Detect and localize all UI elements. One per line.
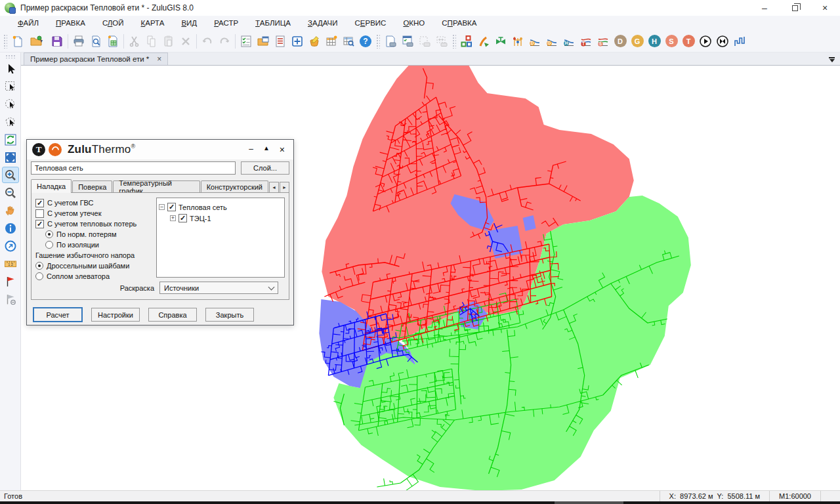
new-table-button[interactable] [323, 33, 340, 50]
tree-expand-icon[interactable]: + [170, 215, 176, 221]
legend-button[interactable] [272, 33, 289, 50]
goto-tool[interactable] [2, 238, 19, 254]
print-extent-button[interactable] [433, 33, 450, 50]
checkbox-gvs-box[interactable]: ✓ [35, 199, 44, 207]
thermo-tools-button[interactable] [475, 33, 492, 50]
tab-scroll-left-button[interactable]: ◄ [269, 182, 279, 193]
chart-s-button[interactable]: S [595, 33, 612, 50]
tree-child-row[interactable]: + ✓ ТЭЦ-1 [170, 213, 282, 224]
settings-button[interactable]: Настройки [91, 308, 140, 322]
badge-t-button[interactable]: T [680, 33, 697, 50]
layer-select-button[interactable]: Слой... [241, 161, 289, 175]
menu-tasks[interactable]: ЗАДАЧИ [299, 17, 346, 29]
valve-button[interactable] [492, 33, 509, 50]
help-dialog-button[interactable]: Справка [148, 308, 197, 322]
chart-d-button[interactable]: D [526, 33, 543, 50]
tab-scroll-right-button[interactable]: ► [280, 182, 289, 193]
run-calculation-button[interactable] [697, 33, 714, 50]
badge-s-button[interactable]: S [663, 33, 680, 50]
redo-button[interactable] [216, 33, 233, 50]
menu-raster[interactable]: РАСТР [205, 17, 247, 29]
status-scale[interactable]: М1:60000 [769, 491, 820, 501]
new-document-button[interactable] [9, 33, 26, 50]
menu-table[interactable]: ТАБЛИЦА [247, 17, 299, 29]
menu-service[interactable]: СЕРВИС [346, 17, 394, 29]
select-polygon-tool[interactable] [2, 114, 19, 130]
layer-name-input[interactable]: Тепловая сеть [31, 161, 236, 175]
chart-t-button[interactable]: T [578, 33, 595, 50]
close-button[interactable]: × [810, 0, 840, 16]
pan-tool[interactable] [2, 202, 19, 219]
badge-h-button[interactable]: H [646, 33, 663, 50]
tree-child-label[interactable]: ТЭЦ-1 [190, 215, 211, 222]
badge-d-button[interactable]: D [612, 33, 629, 50]
open-document-button[interactable]: ▾ [26, 33, 49, 50]
flag-tool[interactable] [2, 273, 19, 289]
menu-file[interactable]: ФАЙЛ [9, 17, 47, 29]
radio-norm-loss-circle[interactable] [45, 230, 53, 238]
zoom-out-tool[interactable] [2, 184, 19, 201]
calculate-button[interactable]: Расчет [33, 307, 83, 322]
select-circle-tool[interactable] [2, 96, 19, 112]
tab-list-icon[interactable] [829, 57, 835, 62]
radio-elevator-nozzle-circle[interactable] [35, 272, 43, 280]
refresh-tool[interactable] [2, 131, 19, 148]
print-map-button[interactable] [382, 33, 399, 50]
coloring-select[interactable]: Источники [159, 282, 278, 294]
open-dropdown-caret[interactable]: ▾ [40, 38, 45, 44]
tab-naladka[interactable]: Наладка [31, 179, 72, 193]
print-preview-button[interactable] [87, 33, 104, 50]
chart-h-button[interactable]: H [560, 33, 578, 50]
histogram-button[interactable] [731, 33, 748, 50]
close-dialog-button[interactable]: Закрыть [205, 308, 254, 322]
playback-mode-button[interactable] [714, 33, 731, 50]
undo-button[interactable] [199, 33, 216, 50]
network-scheme-button[interactable] [509, 33, 526, 50]
save-button[interactable] [49, 33, 66, 50]
flag-remove-tool[interactable] [2, 291, 19, 307]
layer-options-button[interactable] [238, 33, 255, 50]
table-query-button[interactable] [340, 33, 357, 50]
report-button[interactable] [104, 33, 121, 50]
print-button[interactable] [70, 33, 87, 50]
dialog-collapse-button[interactable]: ▲ [263, 145, 270, 154]
navigator-button[interactable] [289, 33, 306, 50]
tree-collapse-icon[interactable]: − [159, 204, 165, 210]
delete-button[interactable] [177, 33, 194, 50]
menu-help[interactable]: СПРАВКА [433, 17, 485, 29]
zoom-in-tool[interactable] [2, 167, 19, 183]
tab-konstruktorskiy[interactable]: Конструкторский [201, 180, 268, 193]
menu-view[interactable]: ВИД [173, 17, 205, 29]
menu-window[interactable]: ОКНО [394, 17, 433, 29]
menu-edit[interactable]: ПРАВКА [47, 17, 94, 29]
checkbox-heat-loss-box[interactable]: ✓ [35, 220, 44, 228]
minimize-button[interactable]: – [749, 0, 780, 16]
copy-button[interactable] [143, 33, 160, 50]
dialog-title-bar[interactable]: T ZuluThermo® – ▲ × [27, 140, 293, 159]
print-composer-button[interactable] [399, 33, 416, 50]
chart-g-button[interactable]: G [543, 33, 560, 50]
network-tree[interactable]: − ✓ Тепловая сеть + ✓ ТЭЦ-1 [156, 198, 285, 278]
menu-layer[interactable]: СЛОЙ [94, 17, 133, 29]
print-area-button[interactable] [416, 33, 433, 50]
tree-root-label[interactable]: Тепловая сеть [178, 203, 227, 211]
paste-button[interactable] [160, 33, 177, 50]
menu-map[interactable]: КАРТА [133, 17, 173, 29]
select-tool[interactable] [2, 60, 19, 77]
badge-g-button[interactable]: G [629, 33, 646, 50]
select-rect-tool[interactable] [2, 78, 19, 94]
help-button[interactable]: ? [357, 33, 374, 50]
tab-temp-graph[interactable]: Температурный график [113, 180, 200, 193]
tab-close-icon[interactable]: × [157, 55, 161, 63]
measure-tool[interactable]: 1 2 [2, 255, 19, 272]
restore-button[interactable] [780, 0, 810, 16]
cut-button[interactable] [126, 33, 143, 50]
checkbox-leaks-box[interactable] [35, 209, 44, 218]
full-extent-tool[interactable] [2, 149, 19, 165]
tree-root-checkbox[interactable]: ✓ [167, 203, 176, 211]
radio-insulation-circle[interactable] [45, 241, 53, 249]
layers-panel-button[interactable] [255, 33, 272, 50]
tree-root-row[interactable]: − ✓ Тепловая сеть [159, 201, 282, 213]
model-blocks-button[interactable] [458, 33, 475, 50]
info-tool[interactable] [2, 220, 19, 236]
